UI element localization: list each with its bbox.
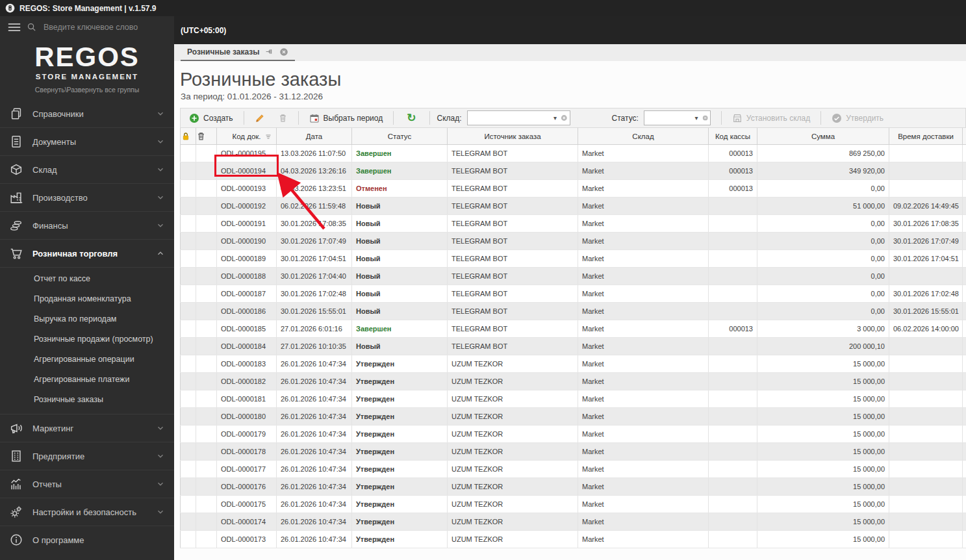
row-lock-cell: [181, 250, 196, 268]
cell-code: ODL-0000178: [217, 443, 277, 461]
column-header[interactable]: Код док.: [217, 128, 277, 145]
column-header[interactable]: Сумма: [757, 128, 889, 145]
choose-period-button[interactable]: Выбрать период: [303, 109, 389, 127]
column-header[interactable]: Время доставки: [889, 128, 963, 145]
table-row[interactable]: ODL-000018126.01.2026 10:47:34УтвержденU…: [181, 390, 966, 408]
table-row[interactable]: ODL-000018830.01.2026 17:04:40НовыйTELEG…: [181, 268, 966, 285]
cell-cash: [709, 355, 757, 373]
table-row[interactable]: ODL-000017326.01.2026 10:47:34УтвержденU…: [181, 531, 966, 548]
cell-cash: [709, 531, 757, 548]
sidebar-item-info[interactable]: О программе: [0, 526, 174, 554]
row-delete-cell: [196, 408, 217, 426]
sidebar-item-box[interactable]: Склад: [0, 155, 174, 183]
table-row[interactable]: ODL-000019206.02.2026 11:59:48НовыйTELEG…: [181, 197, 966, 215]
table-row[interactable]: ODL-000019513.03.2026 11:07:50ЗавершенTE…: [181, 145, 966, 162]
table-row[interactable]: ODL-000017526.01.2026 10:47:34УтвержденU…: [181, 496, 966, 513]
table-row[interactable]: ODL-000019404.03.2026 13:26:16ЗавершенTE…: [181, 162, 966, 180]
table-row[interactable]: ODL-000018326.01.2026 10:47:34УтвержденU…: [181, 355, 966, 373]
table-row[interactable]: ODL-000018026.01.2026 10:47:34УтвержденU…: [181, 408, 966, 426]
column-header[interactable]: Склад: [578, 128, 709, 145]
sort-icon[interactable]: [264, 133, 272, 140]
refresh-button[interactable]: ↻: [398, 109, 424, 127]
chevron-down-icon[interactable]: ▾: [552, 115, 558, 121]
collapse-expand-groups-link[interactable]: Свернуть\Развернуть все группы: [0, 86, 174, 94]
cell-warehouse: Market: [578, 268, 709, 285]
status-filter-input[interactable]: [648, 114, 691, 123]
close-tab-icon[interactable]: [279, 47, 288, 57]
row-lock-cell: [181, 303, 196, 320]
table-row[interactable]: ODL-000017726.01.2026 10:47:34УтвержденU…: [181, 461, 966, 478]
table-row[interactable]: ODL-000017426.01.2026 10:47:34УтвержденU…: [181, 513, 966, 531]
sidebar-item-factory[interactable]: Производство: [0, 183, 174, 211]
clear-filter-icon[interactable]: [702, 114, 708, 122]
table-row[interactable]: ODL-000018427.01.2026 10:10:35НовыйTELEG…: [181, 338, 966, 355]
table-row[interactable]: ODL-000017926.01.2026 10:47:34УтвержденU…: [181, 426, 966, 443]
cell-cash: [709, 513, 757, 531]
sidebar-item-label: Отчеты: [32, 479, 147, 489]
sidebar-subitem[interactable]: Проданная номенклатура: [0, 289, 174, 309]
table-row[interactable]: ODL-000018226.01.2026 10:47:34УтвержденU…: [181, 373, 966, 390]
sidebar-item-gears[interactable]: Настройки и безопасность: [0, 498, 174, 526]
hamburger-menu-icon[interactable]: [8, 23, 21, 32]
column-delete[interactable]: [196, 128, 217, 145]
table-row[interactable]: ODL-000019304.03.2026 13:23:51ОтмененTEL…: [181, 180, 966, 197]
cell-cash: [709, 338, 757, 355]
delete-button[interactable]: [272, 109, 294, 127]
sidebar-item-cart[interactable]: Розничная торговля: [0, 239, 174, 267]
cell-source: UZUM TEZKOR: [448, 390, 578, 408]
table-row[interactable]: ODL-000017626.01.2026 10:47:34УтвержденU…: [181, 478, 966, 496]
column-header[interactable]: Дата: [277, 128, 352, 145]
column-header[interactable]: Статус: [352, 128, 448, 145]
table-row[interactable]: ODL-000019030.01.2026 17:07:49НовыйTELEG…: [181, 233, 966, 250]
row-delete-cell: [196, 268, 217, 285]
cell-source: TELEGRAM BOT: [448, 250, 578, 268]
edit-button[interactable]: [249, 109, 271, 127]
search-input[interactable]: [42, 22, 155, 32]
chev-down-icon: [156, 424, 165, 433]
table-row[interactable]: ODL-000018930.01.2026 17:04:51НовыйTELEG…: [181, 250, 966, 268]
sidebar-subitem[interactable]: Отчет по кассе: [0, 269, 174, 289]
table-row[interactable]: ODL-000017826.01.2026 10:47:34УтвержденU…: [181, 443, 966, 461]
coins-icon: [9, 218, 23, 233]
sidebar-subitem[interactable]: Розничные продажи (просмотр): [0, 329, 174, 350]
sidebar-subitem[interactable]: Агрегированные операции: [0, 350, 174, 370]
sidebar-item-coins[interactable]: Финансы: [0, 211, 174, 239]
cell-cash: [709, 496, 757, 513]
column-header[interactable]: Код кассы: [709, 128, 757, 145]
table-row[interactable]: ODL-000018630.01.2026 15:55:01НовыйTELEG…: [181, 303, 966, 320]
sidebar-subitem[interactable]: Розничные заказы: [0, 390, 174, 410]
set-warehouse-button[interactable]: Установить склад: [726, 109, 816, 127]
pin-icon[interactable]: [265, 48, 273, 57]
chevron-down-icon[interactable]: ▾: [694, 115, 700, 121]
cell-delivery: [889, 513, 963, 531]
table-row[interactable]: ODL-000019130.01.2026 17:08:35НовыйTELEG…: [181, 215, 966, 233]
sidebar-item-building[interactable]: Предприятие: [0, 442, 174, 470]
sidebar-item-copy-docs[interactable]: Справочники: [0, 100, 174, 127]
column-header[interactable]: Источник заказа: [448, 128, 578, 145]
chev-down-icon: [156, 137, 165, 146]
sidebar-subitem[interactable]: Агрегированные платежи: [0, 370, 174, 390]
warehouse-filter-combo[interactable]: ▾: [467, 110, 570, 125]
sidebar-item-megaphone[interactable]: Маркетинг: [0, 414, 174, 442]
row-delete-cell: [196, 338, 217, 355]
status-filter-combo[interactable]: ▾: [644, 110, 711, 125]
logo: REGOS STORE MANAGEMENT: [0, 38, 174, 81]
sidebar-item-chart[interactable]: Отчеты: [0, 470, 174, 498]
cell-delivery: [889, 145, 963, 162]
cell-status: Утвержден: [352, 426, 448, 443]
create-button[interactable]: Создать: [183, 109, 239, 127]
approve-button[interactable]: Утвердить: [826, 109, 889, 127]
cell-spacer: [963, 461, 966, 478]
status-filter-label: Статус:: [612, 114, 639, 123]
table-row[interactable]: ODL-000018730.01.2026 17:02:48НовыйTELEG…: [181, 285, 966, 303]
cell-warehouse: Market: [578, 197, 709, 215]
warehouse-filter-input[interactable]: [472, 114, 550, 123]
sidebar-subitem[interactable]: Выручка по периодам: [0, 309, 174, 329]
tab-retail-orders[interactable]: Розничные заказы: [181, 44, 295, 61]
sidebar-item-document[interactable]: Документы: [0, 127, 174, 155]
table-row[interactable]: ODL-000018527.01.2026 6:01:16ЗавершенTEL…: [181, 320, 966, 338]
clear-filter-icon[interactable]: [561, 114, 568, 122]
column-lock[interactable]: [181, 128, 196, 145]
cell-spacer: [963, 513, 966, 531]
cell-date: 30.01.2026 15:55:01: [277, 303, 352, 320]
